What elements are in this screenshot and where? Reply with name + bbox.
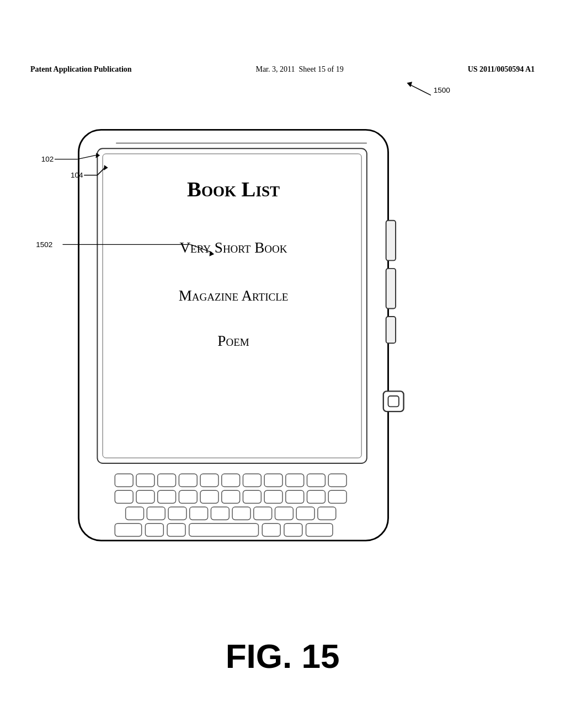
svg-rect-43: [254, 507, 272, 520]
svg-line-63: [191, 244, 212, 253]
svg-rect-24: [307, 474, 325, 486]
svg-text:104: 104: [71, 171, 83, 179]
patent-header-right: US 2011/0050594 A1: [468, 65, 535, 74]
svg-rect-21: [243, 474, 261, 486]
svg-rect-28: [158, 490, 176, 503]
svg-rect-16: [136, 474, 154, 486]
drawing-area: 1500 Book List Very Short Book Magazine …: [0, 55, 565, 706]
svg-rect-36: [328, 490, 347, 503]
svg-rect-20: [222, 474, 240, 486]
svg-text:Very Short Book: Very Short Book: [180, 239, 287, 256]
svg-marker-1: [407, 82, 412, 87]
svg-rect-52: [284, 523, 302, 536]
svg-rect-48: [145, 523, 163, 536]
svg-rect-10: [386, 221, 396, 261]
svg-rect-14: [388, 396, 399, 406]
svg-rect-26: [115, 490, 133, 503]
svg-line-0: [409, 84, 431, 95]
svg-text:Book List: Book List: [187, 178, 280, 201]
svg-text:1502: 1502: [36, 240, 52, 249]
figure-caption: FIG. 15: [226, 636, 340, 676]
svg-rect-29: [179, 490, 197, 503]
svg-rect-23: [286, 474, 304, 486]
svg-rect-11: [386, 269, 396, 309]
svg-rect-27: [136, 490, 154, 503]
svg-rect-42: [232, 507, 250, 520]
svg-rect-45: [296, 507, 315, 520]
svg-line-54: [78, 155, 98, 159]
svg-rect-41: [211, 507, 229, 520]
svg-text:102: 102: [41, 155, 54, 163]
svg-text:Poem: Poem: [217, 333, 249, 349]
svg-rect-25: [328, 474, 347, 486]
svg-rect-32: [243, 490, 261, 503]
svg-rect-50: [189, 523, 259, 536]
svg-rect-31: [222, 490, 240, 503]
svg-rect-51: [262, 523, 280, 536]
svg-rect-13: [383, 391, 404, 411]
svg-rect-4: [97, 148, 366, 463]
patent-header-center: Mar. 3, 2011 Sheet 15 of 19: [255, 65, 343, 74]
svg-rect-33: [264, 490, 282, 503]
svg-rect-17: [158, 474, 176, 486]
svg-text:Magazine Article: Magazine Article: [179, 287, 289, 304]
svg-rect-35: [307, 490, 325, 503]
svg-rect-46: [318, 507, 336, 520]
svg-rect-47: [115, 523, 141, 536]
svg-marker-64: [209, 251, 214, 256]
svg-rect-44: [275, 507, 293, 520]
svg-rect-53: [306, 523, 333, 536]
svg-rect-5: [103, 154, 361, 458]
ref-1500-label: 1500: [434, 86, 450, 94]
svg-marker-60: [104, 165, 108, 170]
svg-rect-37: [126, 507, 144, 520]
svg-rect-30: [200, 490, 218, 503]
svg-rect-2: [79, 130, 388, 540]
svg-rect-39: [168, 507, 186, 520]
svg-rect-40: [190, 507, 208, 520]
svg-rect-34: [286, 490, 304, 503]
svg-rect-12: [386, 317, 396, 343]
patent-header-left: Patent Application Publication: [30, 65, 132, 74]
svg-rect-38: [147, 507, 165, 520]
svg-rect-49: [167, 523, 185, 536]
svg-rect-15: [115, 474, 133, 486]
svg-line-58: [97, 167, 105, 175]
svg-rect-19: [200, 474, 218, 486]
svg-rect-22: [264, 474, 282, 486]
svg-marker-56: [95, 153, 100, 158]
svg-rect-18: [179, 474, 197, 486]
